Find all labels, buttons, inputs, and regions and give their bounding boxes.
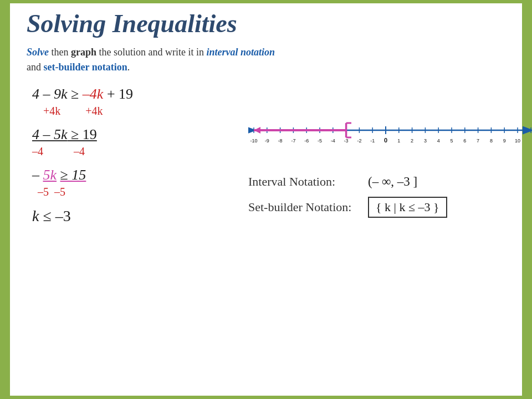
main-content: Solving Inequalities Solve then graph th… [10, 3, 522, 396]
svg-text:-1: -1 [370, 138, 375, 144]
svg-text:-4: -4 [331, 138, 335, 144]
subtitle-middle: the solution and write it in [96, 47, 206, 58]
svg-text:9: 9 [503, 138, 506, 144]
svg-text:4: 4 [437, 138, 440, 144]
svg-text:-10: -10 [250, 138, 257, 144]
svg-text:7: 7 [477, 138, 479, 144]
setbuilder-value: { k | k ≤ –3 } [368, 197, 447, 218]
number-line-svg: 0 -10 -9 -8 -7 -6 -5 -4 -3 -2 -1 1 2 3 4… [248, 108, 532, 152]
step1-operation: +4k +4k [43, 105, 237, 117]
svg-text:-6: -6 [304, 138, 309, 144]
step1-equation: 4 – 9k ≥ –4k + 19 [32, 86, 237, 103]
svg-text:-3: -3 [344, 138, 349, 144]
step2-block: 4 – 5k ≥ 19 –4 –4 [32, 126, 237, 158]
interval-value: (– ∞, –3 ] [368, 175, 417, 189]
subtitle-setbuilder: set-builder notation [44, 62, 127, 73]
svg-marker-45 [254, 127, 260, 134]
svg-text:5: 5 [450, 138, 453, 144]
subtitle-and: and [27, 62, 44, 73]
bottom-border [10, 396, 532, 399]
interval-label: Interval Notation: [248, 175, 359, 189]
subtitle-period: . [127, 62, 130, 73]
step2-equation: 4 – 5k ≥ 19 [32, 126, 237, 143]
svg-text:1: 1 [397, 138, 400, 144]
setbuilder-notation-row: Set-builder Notation: { k | k ≤ –3 } [248, 197, 532, 218]
svg-text:-7: -7 [291, 138, 295, 144]
right-area: 0 -10 -9 -8 -7 -6 -5 -4 -3 -2 -1 1 2 3 4… [248, 86, 532, 234]
svg-text:2: 2 [411, 138, 413, 144]
subtitle: Solve then graph the solution and write … [27, 45, 505, 75]
number-line-container: 0 -10 -9 -8 -7 -6 -5 -4 -3 -2 -1 1 2 3 4… [248, 108, 532, 152]
step3-equation: – 5k ≥ 15 [32, 167, 237, 183]
subtitle-graph: graph [71, 47, 96, 58]
svg-text:-2: -2 [357, 138, 361, 144]
step1-block: 4 – 9k ≥ –4k + 19 +4k +4k [32, 86, 237, 117]
step3-block: – 5k ≥ 15 –5 –5 [32, 167, 237, 198]
svg-text:10: 10 [515, 138, 520, 144]
interval-notation-row: Interval Notation: (– ∞, –3 ] [248, 175, 532, 189]
page-title: Solving Inequalities [27, 9, 505, 38]
setbuilder-label: Set-builder Notation: [248, 200, 359, 214]
step2-operation: –4 –4 [32, 145, 237, 158]
subtitle-interval: interval notation [207, 47, 275, 58]
svg-text:3: 3 [424, 138, 427, 144]
svg-text:-5: -5 [318, 138, 322, 144]
subtitle-then: then [49, 47, 71, 58]
svg-text:-9: -9 [265, 138, 269, 144]
svg-text:0: 0 [384, 137, 387, 144]
solution-steps: 4 – 9k ≥ –4k + 19 +4k +4k 4 – 5k ≥ 19 –4… [27, 86, 237, 234]
svg-text:8: 8 [490, 138, 493, 144]
step3-operation: –5 –5 [38, 186, 237, 198]
step4-block: k ≤ –3 [32, 207, 237, 225]
svg-text:6: 6 [463, 138, 466, 144]
subtitle-solve: Solve [27, 47, 49, 58]
notation-area: Interval Notation: (– ∞, –3 ] Set-builde… [248, 175, 532, 226]
main-area: 4 – 9k ≥ –4k + 19 +4k +4k 4 – 5k ≥ 19 –4… [27, 86, 505, 234]
left-border [0, 0, 10, 399]
step4-result: k ≤ –3 [32, 207, 237, 225]
svg-text:-8: -8 [278, 138, 283, 144]
